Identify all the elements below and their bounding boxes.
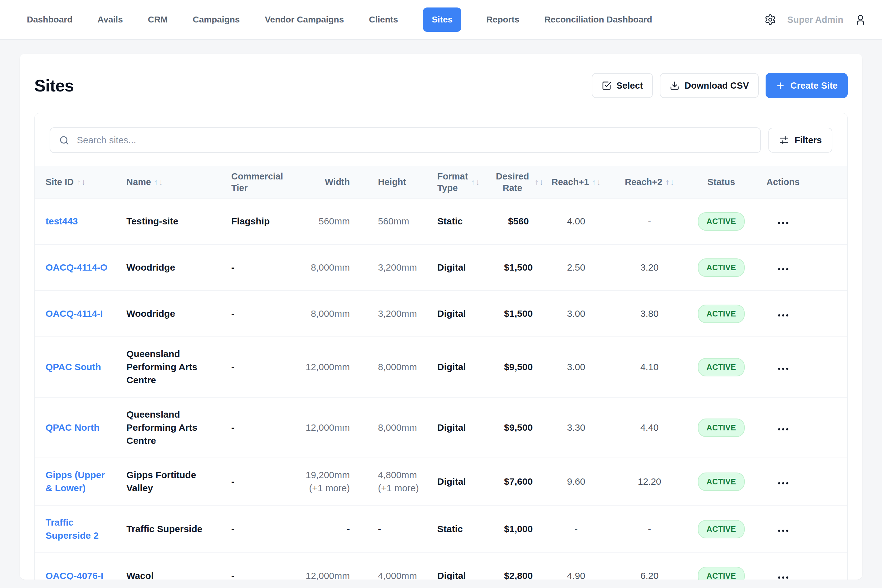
- column-header-name[interactable]: Name↑↓: [122, 176, 226, 188]
- search-icon: [59, 135, 69, 146]
- cell-commercial_tier: -: [226, 307, 300, 320]
- row-actions-button[interactable]: [774, 363, 793, 374]
- ellipsis-icon: [778, 428, 780, 430]
- sort-asc-icon[interactable]: ↑: [154, 176, 158, 188]
- cell-width: 12,000mm: [300, 360, 351, 374]
- commercial-tier-text: -: [231, 524, 234, 534]
- column-header-desired-rate[interactable]: Desired Rate↑↓: [494, 171, 543, 194]
- site-id-link[interactable]: QPAC North: [46, 422, 99, 433]
- cell-actions: [753, 522, 848, 536]
- user-role-label: Super Admin: [788, 15, 843, 25]
- desired-rate-text: $7,600: [504, 476, 533, 487]
- nav-item-reports[interactable]: Reports: [486, 15, 519, 25]
- column-header-height: Height: [351, 176, 422, 188]
- cell-status: ACTIVE: [690, 567, 753, 580]
- column-header-actions: Actions: [753, 176, 848, 188]
- column-header-format-type[interactable]: Format Type↑↓: [422, 171, 494, 194]
- row-actions-button[interactable]: [774, 264, 793, 274]
- nav-item-dashboard[interactable]: Dashboard: [27, 15, 72, 25]
- site-id-link[interactable]: Gipps (Upper & Lower): [46, 470, 105, 493]
- column-header-site-id[interactable]: Site ID↑↓: [34, 176, 122, 188]
- sort-control-reach-2[interactable]: ↑↓: [665, 176, 674, 188]
- nav-item-vendor-campaigns[interactable]: Vendor Campaigns: [265, 15, 344, 25]
- sort-desc-icon[interactable]: ↓: [670, 176, 674, 188]
- sort-desc-icon[interactable]: ↓: [539, 176, 543, 188]
- site-id-link[interactable]: OACQ-4076-I: [46, 570, 103, 580]
- cell-height: -: [351, 522, 422, 536]
- format-type-text: Static: [437, 524, 463, 534]
- settings-button[interactable]: [764, 14, 776, 26]
- header-actions: Select Download CSV Create Site: [592, 73, 848, 98]
- account-button[interactable]: [855, 14, 866, 26]
- row-actions-button[interactable]: [774, 310, 793, 321]
- desired-rate-text: $9,500: [504, 422, 533, 433]
- ellipsis-icon: [778, 482, 780, 484]
- cell-desired_rate: $9,500: [494, 360, 543, 374]
- row-actions-button[interactable]: [774, 478, 793, 489]
- cell-height: 4,000mm: [351, 569, 422, 580]
- table-header-row: Site ID↑↓Name↑↓Commercial TierWidthHeigh…: [34, 166, 848, 198]
- sort-asc-icon[interactable]: ↑: [471, 176, 475, 188]
- ellipsis-icon: [782, 576, 784, 579]
- column-header-reach-2[interactable]: Reach+2↑↓: [609, 176, 690, 188]
- sort-desc-icon[interactable]: ↓: [159, 176, 163, 188]
- reach-plus-2-text: -: [648, 524, 651, 534]
- site-id-link[interactable]: QPAC South: [46, 362, 101, 372]
- width-value: 12,000mm: [306, 362, 350, 372]
- filters-button[interactable]: Filters: [768, 128, 832, 153]
- sort-desc-icon[interactable]: ↓: [476, 176, 480, 188]
- site-id-link[interactable]: OACQ-4114-O: [46, 262, 107, 273]
- cell-site_id: test443: [34, 215, 122, 228]
- status-badge: ACTIVE: [698, 358, 745, 376]
- sort-desc-icon[interactable]: ↓: [597, 176, 601, 188]
- cell-reach_plus_1: 3.00: [543, 307, 609, 320]
- site-name-text: Traffic Superside: [126, 524, 202, 534]
- download-csv-button[interactable]: Download CSV: [660, 73, 759, 98]
- row-actions-button[interactable]: [774, 572, 793, 580]
- sort-desc-icon[interactable]: ↓: [81, 176, 86, 188]
- row-actions-button[interactable]: [774, 424, 793, 435]
- row-actions-button[interactable]: [774, 218, 793, 228]
- search-input[interactable]: [76, 135, 752, 146]
- reach-plus-1-text: 4.90: [567, 570, 585, 580]
- cell-desired_rate: $1,000: [494, 522, 543, 536]
- sort-asc-icon[interactable]: ↑: [592, 176, 596, 188]
- site-name-text: Queensland Performing Arts Centre: [126, 409, 197, 446]
- create-site-button[interactable]: Create Site: [766, 73, 848, 98]
- format-type-text: Digital: [437, 476, 466, 487]
- sort-control-reach-1[interactable]: ↑↓: [592, 176, 601, 188]
- nav-item-clients[interactable]: Clients: [369, 15, 398, 25]
- column-label: Actions: [766, 176, 800, 188]
- sort-control-desired-rate[interactable]: ↑↓: [535, 176, 543, 188]
- sort-asc-icon[interactable]: ↑: [665, 176, 669, 188]
- cell-site_id: QPAC South: [34, 360, 122, 374]
- column-header-status: Status: [690, 176, 753, 188]
- cell-format_type: Digital: [422, 360, 494, 374]
- table-row: test443Testing-siteFlagship560mm560mmSta…: [34, 198, 848, 245]
- nav-item-campaigns[interactable]: Campaigns: [193, 15, 240, 25]
- site-id-link[interactable]: Traffic Superside 2: [46, 517, 99, 540]
- sort-control-site-id[interactable]: ↑↓: [77, 176, 86, 188]
- cell-format_type: Digital: [422, 421, 494, 434]
- sort-asc-icon[interactable]: ↑: [77, 176, 81, 188]
- sort-asc-icon[interactable]: ↑: [535, 176, 539, 188]
- row-actions-button[interactable]: [774, 525, 793, 536]
- cell-height: 560mm: [351, 215, 422, 228]
- nav-item-avails[interactable]: Avails: [98, 15, 123, 25]
- cell-format_type: Static: [422, 522, 494, 536]
- nav-item-sites[interactable]: Sites: [423, 8, 461, 32]
- select-button[interactable]: Select: [592, 73, 653, 98]
- nav-item-crm[interactable]: CRM: [148, 15, 168, 25]
- sort-control-name[interactable]: ↑↓: [154, 176, 163, 188]
- column-label: Height: [378, 176, 406, 188]
- format-type-text: Digital: [437, 262, 466, 273]
- commercial-tier-text: -: [231, 476, 234, 487]
- site-id-link[interactable]: OACQ-4114-I: [46, 308, 103, 319]
- sort-control-format-type[interactable]: ↑↓: [471, 176, 480, 188]
- cell-format_type: Digital: [422, 475, 494, 488]
- column-header-reach-1[interactable]: Reach+1↑↓: [543, 176, 609, 188]
- site-id-link[interactable]: test443: [46, 216, 78, 226]
- desired-rate-text: $1,000: [504, 524, 533, 534]
- nav-item-reconciliation-dashboard[interactable]: Reconciliation Dashboard: [544, 15, 652, 25]
- reach-plus-2-text: 3.20: [640, 262, 658, 273]
